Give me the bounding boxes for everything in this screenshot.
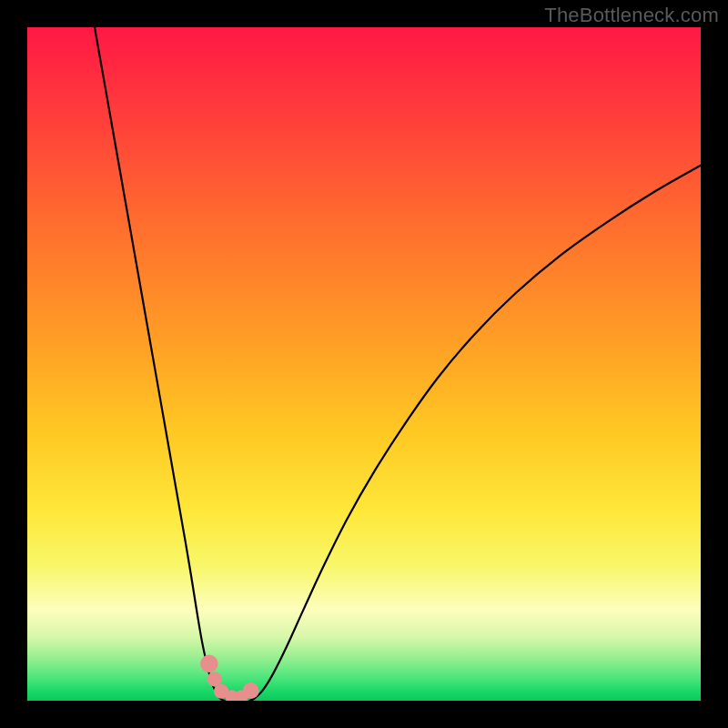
watermark-text: TheBottleneck.com	[544, 4, 719, 27]
chart-svg	[27, 27, 701, 701]
chart-background	[27, 27, 701, 701]
outer-frame: TheBottleneck.com	[0, 0, 728, 728]
chart-plot-area	[27, 27, 701, 701]
highlight-dot	[200, 655, 218, 673]
highlight-dot	[243, 682, 259, 699]
